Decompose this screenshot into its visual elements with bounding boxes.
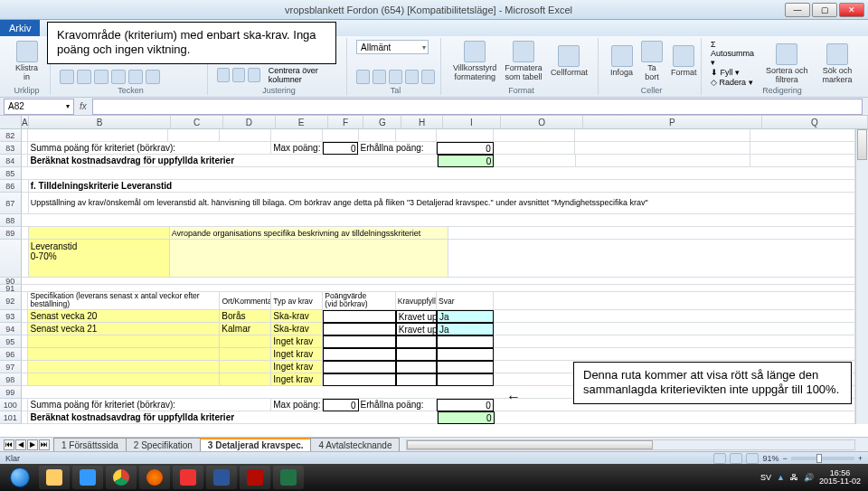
cell[interactable] — [494, 142, 575, 155]
cell[interactable] — [22, 180, 29, 193]
row-95[interactable]: 95 — [0, 335, 22, 348]
cell[interactable] — [396, 373, 437, 386]
start-button[interactable] — [4, 466, 36, 489]
cell[interactable] — [494, 335, 855, 348]
cell-e100[interactable]: Max poäng: — [271, 399, 323, 411]
cell[interactable] — [22, 240, 29, 278]
inc-dec-icon[interactable] — [405, 70, 419, 84]
cell-i93[interactable]: Ja — [437, 310, 494, 323]
cell[interactable] — [28, 361, 220, 373]
cell-h92[interactable]: Kravuppfyllnad — [396, 292, 437, 310]
view-normal-icon[interactable] — [713, 453, 726, 464]
cell[interactable] — [323, 335, 396, 348]
format-button[interactable]: Format — [668, 44, 700, 78]
cell-d92[interactable]: Ort/Kommentar — [220, 292, 271, 310]
tab-3[interactable]: 3 Detaljerad kravspec. — [200, 438, 312, 451]
cell[interactable] — [28, 373, 220, 386]
cell-h94[interactable]: Kravet uppfyllt? — [396, 323, 437, 335]
row-91[interactable]: 91 — [0, 285, 22, 292]
cell-b100[interactable]: Summa poäng för kriteriet (börkrav): — [28, 399, 271, 411]
cell[interactable] — [22, 292, 29, 310]
italic-icon[interactable] — [77, 70, 91, 84]
zoom-in-button[interactable]: + — [858, 454, 863, 463]
insert-button[interactable]: Infoga — [608, 44, 636, 78]
cell-i101[interactable]: 0 — [438, 411, 495, 424]
col-O[interactable]: O — [501, 116, 584, 128]
cell[interactable] — [22, 214, 855, 227]
cell-b94[interactable]: Senast vecka 21 — [28, 323, 220, 335]
col-F[interactable]: F — [328, 116, 364, 128]
cell[interactable] — [28, 348, 220, 361]
row-88[interactable]: 88 — [0, 214, 22, 227]
cell-f92[interactable]: Poängvärde(vid börkrav) — [323, 292, 396, 310]
fontcolor-icon[interactable] — [146, 70, 160, 84]
row-84[interactable]: 84 — [0, 155, 22, 167]
tray-flag-icon[interactable]: ▲ — [777, 473, 785, 482]
cell[interactable] — [28, 335, 220, 348]
col-H[interactable]: H — [401, 116, 443, 128]
row-98[interactable]: 98 — [0, 373, 22, 386]
cell-c89[interactable]: Avropande organisations specifika beskri… — [170, 227, 448, 240]
row-93[interactable]: 93 — [0, 310, 22, 323]
taskbar-firefox[interactable] — [139, 466, 170, 489]
tray-lang[interactable]: SV — [760, 473, 771, 482]
cell[interactable] — [22, 167, 855, 180]
row-99[interactable]: 99 — [0, 386, 22, 399]
name-box[interactable]: A82▾ — [4, 99, 74, 115]
cell[interactable] — [323, 348, 396, 361]
condfmt-button[interactable]: Villkorsstyrd formatering — [450, 40, 499, 82]
cell[interactable] — [170, 240, 448, 278]
zoom-thumb[interactable] — [816, 454, 822, 463]
cell-e97[interactable]: Inget krav — [271, 361, 323, 373]
underline-icon[interactable] — [94, 70, 108, 84]
cell[interactable] — [494, 129, 575, 142]
cell[interactable] — [437, 348, 494, 361]
cell-e98[interactable]: Inget krav — [271, 373, 323, 386]
cell[interactable] — [271, 129, 323, 142]
horizontal-scrollbar[interactable] — [406, 439, 855, 450]
cell[interactable] — [323, 310, 396, 323]
cell[interactable] — [576, 155, 751, 167]
cell[interactable] — [575, 129, 750, 142]
cell-leveranstid[interactable]: Leveranstid 0-70% — [29, 240, 170, 278]
cell[interactable] — [437, 129, 494, 142]
cell[interactable] — [437, 373, 494, 386]
cell[interactable] — [494, 348, 855, 361]
cell[interactable] — [750, 155, 855, 167]
taskbar-word[interactable] — [206, 466, 237, 489]
cell-i84[interactable]: 0 — [438, 155, 495, 167]
cell-b101[interactable]: Beräknat kostnadsavdrag för uppfyllda kr… — [28, 411, 437, 424]
cell[interactable] — [220, 129, 271, 142]
row-100[interactable]: 100 — [0, 399, 22, 411]
cell[interactable] — [437, 335, 494, 348]
tab-prev-icon[interactable]: ◀ — [15, 439, 26, 450]
row-94[interactable]: 94 — [0, 323, 22, 335]
align-left-icon[interactable] — [217, 68, 230, 82]
col-I[interactable]: I — [443, 116, 501, 128]
autosum-button[interactable]: Σ Autosumma ▾ — [711, 40, 754, 67]
cell[interactable] — [22, 323, 29, 335]
cell[interactable] — [22, 335, 29, 348]
cell[interactable] — [396, 335, 437, 348]
taskbar-mail[interactable] — [173, 466, 203, 489]
zoom-out-button[interactable]: − — [782, 454, 787, 463]
align-center-icon[interactable] — [232, 68, 245, 82]
row-97[interactable]: 97 — [0, 361, 22, 373]
align-right-icon[interactable] — [248, 68, 260, 82]
cell-f100[interactable]: 0 — [323, 399, 358, 411]
cell[interactable] — [22, 310, 29, 323]
find-button[interactable]: Sök och markera — [820, 42, 855, 85]
cell[interactable] — [396, 361, 437, 373]
cell[interactable] — [396, 348, 437, 361]
row-83[interactable]: 83 — [0, 142, 22, 155]
cell[interactable] — [22, 285, 855, 292]
cell-e92[interactable]: Typ av krav — [271, 292, 323, 310]
row-92[interactable]: 92 — [0, 292, 22, 310]
cell-b92[interactable]: Specifikation (leverans senast x antal v… — [28, 292, 220, 310]
row-86[interactable]: 86 — [0, 180, 22, 193]
cell[interactable] — [494, 292, 855, 310]
cell[interactable] — [22, 278, 855, 285]
cell[interactable] — [494, 310, 855, 323]
cell[interactable] — [323, 361, 396, 373]
cell-b84[interactable]: Beräknat kostnadsavdrag för uppfyllda kr… — [28, 155, 437, 167]
